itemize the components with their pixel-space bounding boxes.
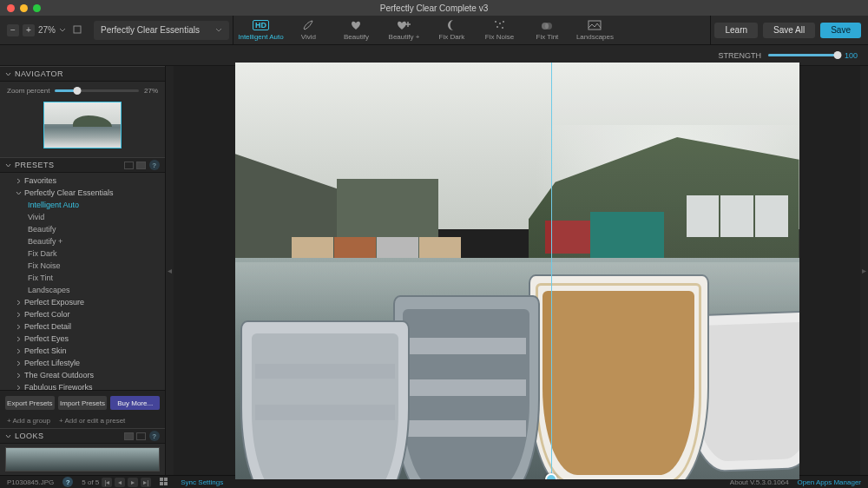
preset-tab-fix-noise[interactable]: Fix Noise: [476, 16, 523, 44]
preset-group-label: Perfect Skin: [24, 346, 67, 355]
prev-image-button[interactable]: ◂: [115, 478, 125, 487]
expand-right-panel-button[interactable]: ▸: [860, 66, 868, 475]
preset-tab-label: Vivid: [301, 33, 316, 41]
image-preview[interactable]: [235, 63, 799, 479]
disclosure-down-icon: [5, 162, 11, 168]
grid-view-button[interactable]: [160, 478, 172, 487]
sync-settings-link[interactable]: Sync Settings: [181, 478, 223, 486]
preset-item-label: Beautify +: [28, 237, 62, 246]
maximize-window-button[interactable]: [33, 4, 41, 12]
presets-help-button[interactable]: ?: [149, 160, 160, 170]
chevron-right-icon: [16, 324, 21, 329]
fit-screen-button[interactable]: [73, 25, 82, 36]
add-preset-link[interactable]: + Add or edit a preset: [59, 417, 125, 425]
svg-point-7: [545, 23, 552, 30]
preset-tab-beautify-plus[interactable]: Beautify +: [380, 16, 428, 44]
before-after-divider[interactable]: [551, 63, 552, 479]
preset-group[interactable]: Perfect Lifestyle: [0, 357, 165, 369]
preset-item[interactable]: Vivid: [0, 211, 165, 223]
presets-tree: FavoritesPerfectly Clear EssentialsIntel…: [0, 173, 165, 390]
preset-item[interactable]: Beautify: [0, 223, 165, 235]
preset-tab-fix-tint[interactable]: Fix Tint: [523, 16, 571, 44]
chevron-right-icon: [16, 360, 21, 366]
looks-view-toggle[interactable]: [124, 432, 146, 440]
preset-tab-vivid[interactable]: Vivid: [285, 16, 332, 44]
preset-item-label: Vivid: [28, 213, 44, 221]
preset-item[interactable]: Intelligent Auto: [0, 199, 165, 211]
chevron-right-icon: [16, 348, 21, 353]
looks-help-button[interactable]: ?: [149, 431, 160, 441]
preset-item[interactable]: Fix Dark: [0, 247, 165, 260]
disclosure-down-icon: [5, 433, 11, 439]
preset-item-label: Landscapes: [28, 286, 70, 294]
add-group-link[interactable]: + Add a group: [7, 417, 50, 425]
strength-slider[interactable]: [768, 54, 838, 56]
svg-point-4: [496, 26, 498, 28]
preset-group[interactable]: Perfect Detail: [0, 320, 165, 333]
chevron-down-icon: [16, 190, 21, 195]
save-all-button[interactable]: Save All: [763, 23, 815, 38]
preset-group[interactable]: Perfectly Clear Essentials: [0, 187, 165, 199]
preset-item-label: Fix Dark: [28, 249, 57, 258]
presets-panel-header[interactable]: PRESETS ?: [0, 157, 165, 173]
navigator-title: NAVIGATOR: [15, 69, 63, 78]
preset-strip: HDIntelligent AutoVividBeautifyBeautify …: [237, 16, 707, 44]
preset-tab-beautify[interactable]: Beautify: [332, 16, 380, 44]
preset-group[interactable]: The Great Outdoors: [0, 369, 165, 381]
strength-label: STRENGTH: [718, 51, 761, 60]
preset-group[interactable]: Perfect Color: [0, 308, 165, 320]
zoom-in-button[interactable]: +: [23, 24, 35, 36]
preset-tab-label: Intelligent Auto: [238, 33, 283, 41]
svg-point-3: [503, 21, 504, 23]
landscape-icon: [587, 19, 602, 31]
export-presets-button[interactable]: Export Presets: [5, 396, 55, 410]
navigator-thumbnail[interactable]: [43, 102, 122, 148]
status-help-button[interactable]: ?: [62, 477, 73, 487]
learn-button[interactable]: Learn: [714, 23, 758, 38]
preset-group-label: Fabulous Fireworks: [24, 383, 93, 390]
preset-group[interactable]: Perfect Eyes: [0, 333, 165, 345]
chevron-right-icon: [16, 312, 21, 317]
preset-dropdown[interactable]: Perfectly Clear Essentials: [94, 21, 229, 40]
navigator-viewport-rect[interactable]: [43, 102, 122, 148]
look-thumbnail[interactable]: [5, 447, 160, 472]
preset-item[interactable]: Fix Tint: [0, 272, 165, 284]
navigator-panel: Zoom percent 27%: [0, 82, 165, 157]
before-after-handle[interactable]: [545, 473, 557, 479]
preset-tab-label: Fix Tint: [536, 33, 559, 41]
save-button[interactable]: Save: [820, 23, 861, 38]
next-image-button[interactable]: ▸: [128, 478, 138, 487]
preset-tab-fix-dark[interactable]: Fix Dark: [428, 16, 476, 44]
svg-rect-0: [74, 26, 81, 33]
zoom-value: 27%: [38, 25, 56, 35]
zoom-out-button[interactable]: −: [7, 24, 19, 36]
preset-tab-landscapes[interactable]: Landscapes: [571, 16, 619, 44]
looks-panel-header[interactable]: LOOKS ?: [0, 428, 165, 444]
svg-rect-11: [160, 482, 163, 485]
preset-item[interactable]: Fix Noise: [0, 260, 165, 272]
preset-group-label: Perfect Eyes: [24, 334, 69, 343]
preset-item-label: Beautify: [28, 225, 56, 234]
preset-group[interactable]: Perfect Skin: [0, 345, 165, 357]
last-image-button[interactable]: ▸|: [141, 478, 151, 487]
collapse-left-panel-button[interactable]: ◂: [166, 66, 174, 475]
preset-tab-intelligent-auto[interactable]: HDIntelligent Auto: [237, 16, 285, 44]
open-apps-manager-link[interactable]: Open Apps Manager: [798, 478, 861, 486]
preset-item[interactable]: Beautify +: [0, 235, 165, 247]
preset-group[interactable]: Fabulous Fireworks: [0, 381, 165, 390]
preset-group[interactable]: Perfect Exposure: [0, 296, 165, 308]
preset-item[interactable]: Landscapes: [0, 284, 165, 296]
navigator-zoom-slider[interactable]: [55, 89, 139, 92]
import-presets-button[interactable]: Import Presets: [58, 396, 108, 410]
first-image-button[interactable]: |◂: [102, 478, 112, 487]
close-window-button[interactable]: [7, 4, 15, 12]
chevron-down-icon[interactable]: [59, 27, 66, 34]
buy-more-button[interactable]: Buy More...: [110, 396, 160, 410]
minimize-window-button[interactable]: [20, 4, 28, 12]
noise-icon: [491, 19, 507, 31]
preset-group-label: The Great Outdoors: [24, 371, 94, 379]
preset-group[interactable]: Favorites: [0, 175, 165, 187]
chevron-right-icon: [16, 178, 21, 183]
presets-view-toggle[interactable]: [124, 162, 146, 169]
navigator-panel-header[interactable]: NAVIGATOR: [0, 66, 165, 82]
